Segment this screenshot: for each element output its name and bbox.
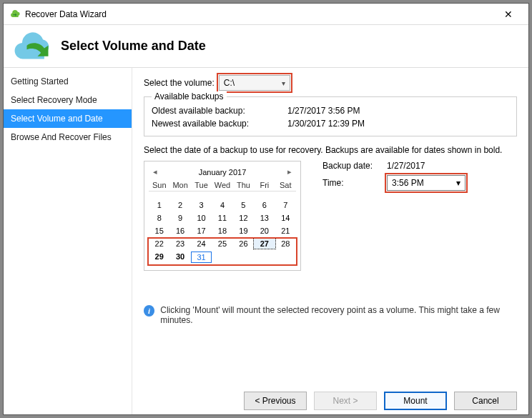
page-title: Select Volume and Date bbox=[61, 39, 206, 54]
info-icon: i bbox=[144, 305, 154, 317]
calendar-empty bbox=[254, 196, 275, 197]
calendar-day[interactable]: 12 bbox=[233, 213, 254, 223]
backup-time-label: Time: bbox=[322, 178, 387, 188]
available-backups-group: Available backups Oldest available backu… bbox=[144, 96, 517, 136]
volume-label: Select the volume: bbox=[144, 78, 215, 88]
button-bar: < Previous Next > Mount Cancel bbox=[144, 379, 517, 410]
calendar-day[interactable]: 14 bbox=[275, 213, 296, 223]
calendar-day[interactable]: 21 bbox=[275, 226, 296, 236]
app-icon bbox=[9, 9, 21, 20]
oldest-backup-label: Oldest available backup: bbox=[152, 106, 287, 116]
header-band: Select Volume and Date bbox=[4, 25, 528, 68]
step-select-recovery-mode[interactable]: Select Recovery Mode bbox=[4, 91, 132, 109]
calendar-dow: Sun bbox=[149, 181, 169, 191]
info-text: Clicking 'Mount' will mount the selected… bbox=[160, 305, 517, 325]
instructions-text: Select the date of a backup to use for r… bbox=[144, 145, 517, 155]
titlebar: Recover Data Wizard ✕ bbox=[4, 4, 528, 25]
backup-date-label: Backup date: bbox=[322, 161, 387, 171]
calendar-day[interactable]: 19 bbox=[233, 226, 254, 236]
calendar-empty bbox=[212, 252, 232, 263]
cancel-button[interactable]: Cancel bbox=[454, 392, 517, 410]
time-selected-value: 3:56 PM bbox=[392, 178, 424, 188]
calendar-day[interactable]: 22 bbox=[149, 239, 169, 249]
wizard-steps-sidebar: Getting Started Select Recovery Mode Sel… bbox=[4, 68, 132, 414]
backup-params: Backup date: 1/27/2017 Time: 3:56 PM ▾ bbox=[322, 161, 466, 195]
calendar-day[interactable]: 20 bbox=[254, 226, 275, 236]
calendar-dow: Sat bbox=[275, 181, 296, 191]
calendar-dow: Fri bbox=[254, 181, 275, 191]
step-select-volume-and-date[interactable]: Select Volume and Date bbox=[4, 109, 132, 128]
calendar-day[interactable]: 26 bbox=[233, 239, 254, 249]
time-select[interactable]: 3:56 PM ▾ bbox=[387, 175, 466, 191]
calendar-empty bbox=[212, 196, 232, 197]
calendar-dow: Wed bbox=[212, 181, 232, 191]
calendar-prev-icon[interactable]: ◂ bbox=[150, 167, 160, 176]
calendar-empty bbox=[275, 252, 296, 263]
calendar-day[interactable]: 10 bbox=[191, 213, 212, 223]
cloud-arrow-icon bbox=[11, 31, 54, 62]
volume-selected-value: C:\ bbox=[224, 78, 235, 88]
calendar-empty bbox=[149, 196, 169, 197]
volume-select[interactable]: C:\ ▾ bbox=[219, 75, 290, 91]
calendar-day[interactable]: 11 bbox=[212, 213, 232, 223]
calendar-day[interactable]: 29 bbox=[149, 252, 169, 263]
calendar-day[interactable]: 25 bbox=[212, 239, 232, 249]
calendar-empty bbox=[233, 196, 254, 197]
calendar-day[interactable]: 30 bbox=[169, 252, 190, 263]
calendar-month-label: January 2017 bbox=[199, 168, 247, 176]
calendar-empty bbox=[233, 252, 254, 263]
step-browse-and-recover-files[interactable]: Browse And Recover Files bbox=[4, 128, 132, 146]
calendar-day[interactable]: 9 bbox=[169, 213, 190, 223]
calendar-empty bbox=[275, 196, 296, 197]
calendar-dow: Thu bbox=[233, 181, 254, 191]
calendar-day[interactable]: 1 bbox=[149, 200, 169, 210]
mount-button[interactable]: Mount bbox=[384, 392, 447, 410]
calendar-day[interactable]: 31 bbox=[191, 252, 212, 263]
calendar-day[interactable]: 28 bbox=[275, 239, 296, 249]
chevron-down-icon: ▾ bbox=[456, 178, 460, 188]
backup-date-value: 1/27/2017 bbox=[387, 161, 425, 171]
calendar-dow: Mon bbox=[169, 181, 190, 191]
newest-backup-label: Newest available backup: bbox=[152, 119, 287, 129]
calendar-day[interactable]: 3 bbox=[191, 200, 212, 210]
calendar-day[interactable]: 17 bbox=[191, 226, 212, 236]
calendar-next-icon[interactable]: ▸ bbox=[285, 167, 295, 176]
calendar-day[interactable]: 5 bbox=[233, 200, 254, 210]
step-getting-started[interactable]: Getting Started bbox=[4, 72, 132, 91]
calendar-empty bbox=[254, 252, 275, 263]
available-backups-title: Available backups bbox=[152, 91, 227, 101]
recover-data-wizard-window: Recover Data Wizard ✕ Select Volume and … bbox=[3, 3, 529, 415]
calendar-day[interactable]: 24 bbox=[191, 239, 212, 249]
calendar-dow: Tue bbox=[191, 181, 212, 191]
next-button: Next > bbox=[314, 392, 377, 410]
calendar-day[interactable]: 4 bbox=[212, 200, 232, 210]
close-button[interactable]: ✕ bbox=[494, 4, 523, 24]
calendar-day[interactable]: 16 bbox=[169, 226, 190, 236]
calendar-day[interactable]: 27 bbox=[254, 239, 275, 249]
calendar-empty bbox=[191, 196, 212, 197]
info-row: i Clicking 'Mount' will mount the select… bbox=[144, 305, 517, 325]
calendar-day[interactable]: 23 bbox=[169, 239, 190, 249]
calendar-day[interactable]: 13 bbox=[254, 213, 275, 223]
window-title: Recover Data Wizard bbox=[25, 9, 494, 19]
calendar-day[interactable]: 2 bbox=[169, 200, 190, 210]
calendar-empty bbox=[169, 196, 190, 197]
previous-button[interactable]: < Previous bbox=[244, 392, 307, 410]
calendar-day[interactable]: 7 bbox=[275, 200, 296, 210]
calendar-day[interactable]: 8 bbox=[149, 213, 169, 223]
content-area: Select the volume: C:\ ▾ Available backu… bbox=[132, 68, 528, 414]
oldest-backup-value: 1/27/2017 3:56 PM bbox=[287, 106, 416, 116]
calendar-day[interactable]: 6 bbox=[254, 200, 275, 210]
newest-backup-value: 1/30/2017 12:39 PM bbox=[287, 119, 416, 129]
calendar-day[interactable]: 15 bbox=[149, 226, 169, 236]
calendar[interactable]: ◂January 2017▸SunMonTueWedThuFriSat12345… bbox=[144, 161, 301, 271]
calendar-day[interactable]: 18 bbox=[212, 226, 232, 236]
chevron-down-icon: ▾ bbox=[282, 79, 285, 87]
